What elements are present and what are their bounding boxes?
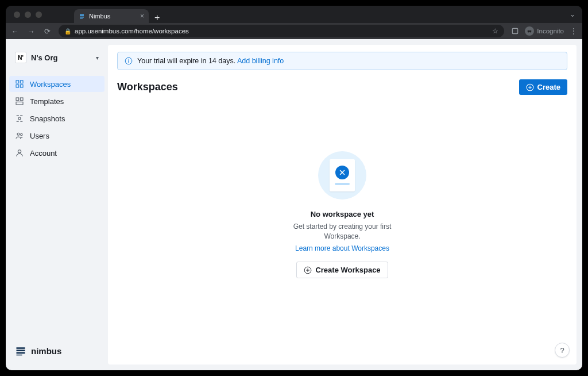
browser-menu-icon[interactable]: ⋮ [570, 26, 578, 36]
info-icon [125, 57, 133, 65]
svg-point-2 [529, 30, 531, 32]
org-switcher[interactable]: N' N's Org ▾ [11, 47, 102, 68]
incognito-icon [525, 26, 534, 36]
main-panel: Your trial will expire in 14 days. Add b… [108, 45, 577, 365]
empty-state: No workspace yet Get started by creating… [117, 83, 567, 346]
tab-overflow-icon[interactable]: ⌄ [570, 10, 582, 18]
org-name: N's Org [31, 53, 57, 62]
plus-circle-icon [304, 266, 312, 274]
sidebar-item-snapshots[interactable]: Snapshots [9, 110, 105, 126]
banner-text: Your trial will expire in 14 days. [137, 57, 235, 65]
svg-rect-5 [16, 85, 19, 87]
sidebar-item-account[interactable]: Account [9, 145, 105, 161]
sidebar: N' N's Org ▾ Workspaces Templates [6, 39, 108, 370]
close-tab-icon[interactable]: × [140, 12, 144, 20]
templates-icon [15, 97, 24, 106]
brand-name: nimbus [31, 346, 61, 356]
svg-rect-8 [20, 98, 23, 101]
org-initial-badge: N' [15, 52, 26, 63]
address-bar[interactable]: 🔒 app.usenimbus.com/home/workspaces ☆ [59, 25, 504, 37]
sidebar-nav: Workspaces Templates Snapshots [6, 74, 108, 164]
snapshots-icon [15, 114, 24, 123]
extensions-icon[interactable] [511, 27, 519, 35]
svg-rect-0 [513, 28, 518, 33]
empty-state-illustration [318, 151, 366, 199]
lock-icon: 🔒 [64, 28, 71, 34]
sidebar-item-label: Templates [30, 97, 64, 106]
sidebar-item-label: Workspaces [30, 80, 71, 89]
svg-point-11 [17, 133, 20, 135]
incognito-badge[interactable]: Incognito [525, 26, 564, 36]
sidebar-item-label: Account [30, 149, 57, 158]
forward-button[interactable]: → [26, 27, 36, 36]
help-button[interactable]: ? [555, 343, 570, 358]
new-tab-button[interactable]: + [149, 13, 165, 23]
tab-title: Nimbus [89, 13, 110, 20]
sidebar-item-workspaces[interactable]: Workspaces [9, 76, 105, 92]
sidebar-item-label: Snapshots [30, 114, 65, 123]
help-icon: ? [560, 346, 564, 355]
sidebar-item-templates[interactable]: Templates [9, 93, 105, 109]
svg-point-13 [18, 150, 21, 153]
x-circle-icon [335, 166, 349, 179]
svg-point-16 [128, 59, 129, 59]
svg-point-10 [18, 117, 21, 120]
create-workspace-button[interactable]: Create Workspace [296, 262, 388, 278]
incognito-label: Incognito [537, 28, 564, 34]
brand-logo[interactable]: nimbus [6, 337, 108, 365]
sidebar-item-users[interactable]: Users [9, 128, 105, 144]
close-window-button[interactable] [14, 11, 20, 18]
svg-point-12 [21, 133, 22, 135]
minimize-window-button[interactable] [25, 11, 31, 18]
svg-rect-9 [16, 102, 23, 105]
add-billing-link[interactable]: Add billing info [237, 57, 284, 65]
account-icon [15, 148, 24, 158]
svg-rect-3 [16, 80, 19, 83]
svg-rect-6 [20, 85, 23, 87]
browser-tab-active[interactable]: Nimbus × [74, 9, 149, 23]
svg-point-1 [528, 30, 529, 32]
page-content: N' N's Org ▾ Workspaces Templates [6, 39, 582, 370]
sidebar-item-label: Users [30, 132, 49, 140]
empty-state-title: No workspace yet [311, 210, 374, 218]
trial-banner: Your trial will expire in 14 days. Add b… [117, 52, 567, 70]
nimbus-logo-icon [15, 345, 26, 356]
svg-rect-4 [20, 80, 23, 83]
browser-window: Nimbus × + ⌄ ← → ⟳ 🔒 app.usenimbus.com/h… [6, 6, 582, 370]
chevron-down-icon: ▾ [96, 55, 99, 61]
empty-state-subtitle: Get started by creating your first Works… [279, 222, 405, 241]
browser-toolbar: ← → ⟳ 🔒 app.usenimbus.com/home/workspace… [6, 23, 582, 39]
browser-tabs: Nimbus × + [74, 6, 165, 23]
create-workspace-label: Create Workspace [315, 266, 380, 274]
workspaces-icon [15, 79, 24, 89]
reload-button[interactable]: ⟳ [42, 27, 52, 36]
favicon-icon [79, 13, 86, 20]
tab-strip: Nimbus × + ⌄ [6, 6, 582, 23]
back-button[interactable]: ← [10, 27, 20, 36]
maximize-window-button[interactable] [36, 11, 42, 18]
svg-rect-7 [16, 98, 19, 101]
learn-more-link[interactable]: Learn more about Workspaces [295, 244, 389, 252]
bookmark-icon[interactable]: ☆ [492, 27, 498, 35]
users-icon [15, 131, 24, 140]
window-controls [10, 11, 45, 18]
url-text: app.usenimbus.com/home/workspaces [75, 28, 189, 34]
